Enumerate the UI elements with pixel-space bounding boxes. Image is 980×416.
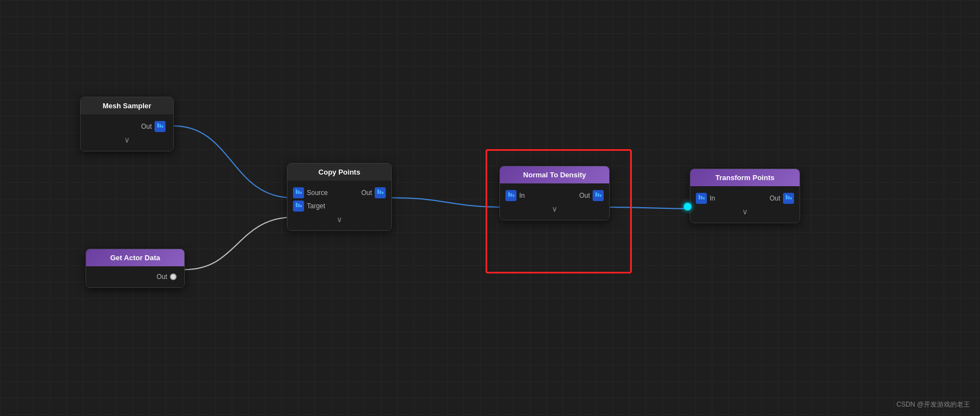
transform-points-chevron[interactable]: ∨ <box>696 206 794 218</box>
node-graph-canvas[interactable]: Mesh Sampler Out ∨ <box>0 0 980 416</box>
node-get-actor-data[interactable]: Get Actor Data Out <box>86 249 185 288</box>
svg-rect-0 <box>157 123 159 128</box>
normal-density-chevron[interactable]: ∨ <box>505 203 604 215</box>
svg-rect-20 <box>703 197 705 199</box>
mesh-sampler-out-label: Out <box>141 123 152 130</box>
svg-rect-10 <box>298 204 300 207</box>
copy-points-title: Copy Points <box>318 168 360 176</box>
copy-points-target-label: Target <box>307 202 325 210</box>
svg-rect-17 <box>600 194 601 197</box>
svg-rect-11 <box>300 205 302 207</box>
watermark: CSDN @开发游戏的老王 <box>896 400 970 409</box>
mesh-sampler-chevron[interactable]: ∨ <box>86 134 168 146</box>
normal-density-in-port[interactable] <box>505 190 516 201</box>
svg-rect-6 <box>377 189 379 194</box>
transform-points-out-port[interactable] <box>783 193 794 204</box>
mesh-sampler-title: Mesh Sampler <box>103 102 151 110</box>
svg-rect-13 <box>510 193 512 197</box>
node-normal-to-density[interactable]: Normal To Density In Out <box>499 166 610 220</box>
normal-density-in-label: In <box>519 192 525 199</box>
svg-rect-15 <box>595 192 597 197</box>
transform-points-out-label: Out <box>770 194 780 202</box>
normal-density-header: Normal To Density <box>500 166 609 183</box>
svg-rect-3 <box>296 189 297 194</box>
svg-rect-21 <box>786 195 787 199</box>
node-copy-points[interactable]: Copy Points Source Out <box>287 163 392 231</box>
copy-points-source-label: Source <box>307 189 328 197</box>
transform-points-in-port[interactable] <box>696 193 707 204</box>
get-actor-data-title: Get Actor Data <box>110 254 161 262</box>
normal-density-out-label: Out <box>579 192 590 199</box>
node-mesh-sampler[interactable]: Mesh Sampler Out ∨ <box>80 97 174 151</box>
svg-rect-19 <box>701 196 702 199</box>
mesh-sampler-header: Mesh Sampler <box>81 97 173 114</box>
mesh-sampler-out-port[interactable] <box>155 121 166 132</box>
node-transform-points[interactable]: Transform Points In Out <box>690 168 800 223</box>
svg-rect-9 <box>296 203 297 207</box>
svg-rect-22 <box>788 196 790 199</box>
normal-density-title: Normal To Density <box>523 171 586 179</box>
svg-rect-8 <box>382 192 384 194</box>
copy-points-chevron[interactable]: ∨ <box>293 214 386 226</box>
svg-rect-12 <box>508 192 510 197</box>
svg-rect-2 <box>162 125 163 128</box>
svg-rect-1 <box>159 124 161 128</box>
svg-rect-18 <box>699 195 700 199</box>
transform-points-in-label: In <box>710 194 715 202</box>
svg-rect-16 <box>598 193 599 197</box>
svg-rect-14 <box>513 194 514 197</box>
copy-points-header: Copy Points <box>287 164 391 181</box>
copy-points-out-port[interactable] <box>375 187 386 198</box>
get-actor-data-header: Get Actor Data <box>86 249 184 266</box>
transform-points-header: Transform Points <box>690 169 800 186</box>
transform-points-title: Transform Points <box>716 173 775 182</box>
svg-rect-7 <box>380 191 381 194</box>
cyan-connector <box>684 203 691 210</box>
copy-points-out-label: Out <box>361 189 372 197</box>
get-actor-data-out-port[interactable] <box>170 273 177 280</box>
normal-density-out-port[interactable] <box>593 190 604 201</box>
copy-points-source-in-port[interactable] <box>293 187 304 198</box>
svg-rect-23 <box>790 197 792 199</box>
svg-rect-5 <box>300 192 302 194</box>
get-actor-data-out-label: Out <box>157 273 167 281</box>
copy-points-target-in-port[interactable] <box>293 201 304 212</box>
svg-rect-4 <box>298 191 300 194</box>
